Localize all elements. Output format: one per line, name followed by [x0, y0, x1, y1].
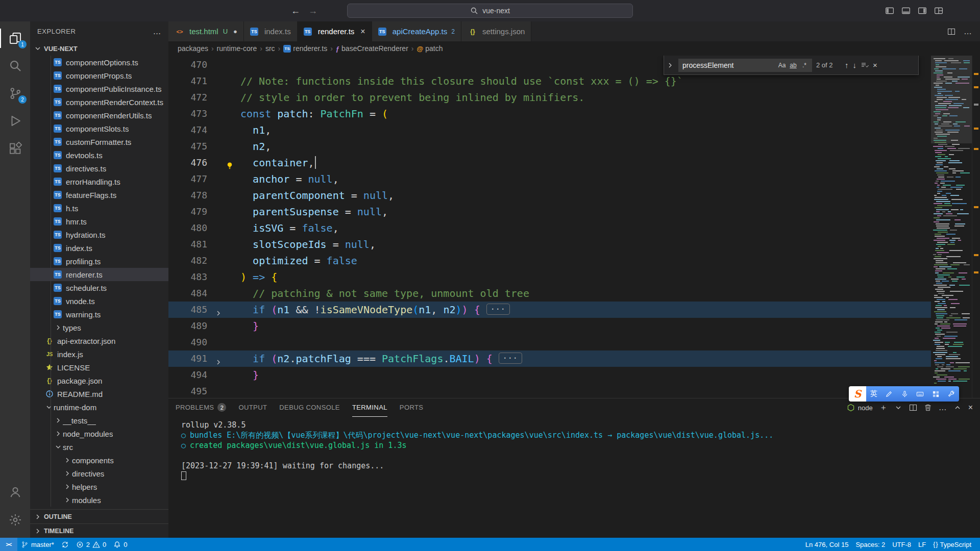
- tab-apiCreateApp.ts[interactable]: TSapiCreateApp.ts2: [372, 21, 461, 41]
- line-number[interactable]: 472: [168, 89, 207, 106]
- terminal-dropdown-icon[interactable]: [894, 404, 902, 412]
- panel-tab-terminal[interactable]: TERMINAL: [352, 398, 387, 417]
- split-editor-icon[interactable]: [947, 28, 955, 36]
- split-terminal-icon[interactable]: [909, 404, 917, 412]
- line-number[interactable]: 479: [168, 204, 207, 220]
- code-line[interactable]: }: [240, 318, 259, 334]
- line-number[interactable]: 489: [168, 318, 207, 334]
- sidebar-section-vue-next[interactable]: VUE-NEXT: [30, 41, 168, 56]
- git-branch-status[interactable]: master*: [17, 538, 58, 551]
- line-number[interactable]: 474: [168, 122, 207, 138]
- tab-test.html[interactable]: <>test.htmlU●: [168, 21, 244, 41]
- line-number[interactable]: 477: [168, 171, 207, 187]
- ime-keyboard-icon[interactable]: [916, 390, 924, 398]
- overview-ruler[interactable]: [972, 56, 980, 398]
- line-number[interactable]: 470: [168, 57, 207, 73]
- activity-item-run-and-debug-icon[interactable]: [0, 107, 30, 135]
- line-number[interactable]: 475: [168, 138, 207, 155]
- sidebar-section-outline[interactable]: OUTLINE: [30, 509, 168, 523]
- code-line[interactable]: n1,: [240, 122, 271, 138]
- match-case-icon[interactable]: Aa: [776, 62, 788, 69]
- activity-item-search-icon[interactable]: [0, 52, 30, 80]
- line-number[interactable]: 484: [168, 285, 207, 302]
- language-status[interactable]: { }TypeScript: [929, 541, 975, 548]
- activity-item-settings-icon[interactable]: [0, 506, 30, 534]
- indentation-status[interactable]: Spaces: 2: [852, 541, 889, 548]
- code-line[interactable]: slotScopeIds = null,: [240, 236, 376, 253]
- back-button[interactable]: ←: [291, 6, 300, 16]
- activity-item-explorer-icon[interactable]: 1: [0, 24, 30, 52]
- whole-word-icon[interactable]: ab: [788, 62, 799, 69]
- close-tab-icon[interactable]: ×: [360, 28, 365, 36]
- code-line[interactable]: }: [240, 367, 259, 383]
- line-number[interactable]: 476: [168, 155, 207, 171]
- tab-renderer.ts[interactable]: TSrenderer.ts×: [298, 21, 372, 41]
- ime-brand-icon[interactable]: S: [849, 386, 866, 402]
- ime-pen-icon[interactable]: [885, 390, 893, 398]
- code-line[interactable]: if (n1 && !isSameVNodeType(n1, n2)) {···: [240, 302, 510, 318]
- dirty-indicator-icon[interactable]: ●: [233, 28, 237, 35]
- activity-item-source-control-icon[interactable]: 2: [0, 80, 30, 107]
- folded-code-icon[interactable]: ···: [499, 353, 522, 364]
- panel-tab-debug-console[interactable]: DEBUG CONSOLE: [279, 398, 340, 417]
- kill-terminal-icon[interactable]: [924, 404, 932, 412]
- explorer-more-actions-icon[interactable]: …: [153, 27, 161, 36]
- command-center-search[interactable]: vue-next: [347, 4, 633, 18]
- code-line[interactable]: // Note: functions inside this closure s…: [240, 73, 683, 89]
- line-number[interactable]: 491: [168, 350, 207, 367]
- code-line[interactable]: // patching & not same type, unmount old…: [240, 285, 529, 302]
- encoding-status[interactable]: UTF-8: [889, 541, 915, 548]
- code-line[interactable]: isSVG = false,: [240, 220, 339, 236]
- breadcrumb-item[interactable]: src: [265, 44, 275, 53]
- regex-icon[interactable]: .*: [799, 62, 810, 69]
- breadcrumb-item[interactable]: @patch: [416, 44, 443, 53]
- new-terminal-icon[interactable]: ＋: [879, 404, 888, 412]
- find-in-selection-icon[interactable]: [861, 61, 869, 69]
- find-input[interactable]: processElement Aa ab .*: [678, 59, 812, 72]
- cursor-position-status[interactable]: Ln 476, Col 15: [802, 541, 852, 548]
- breadcrumb-item[interactable]: TSrenderer.ts: [283, 44, 327, 53]
- activity-item-accounts-icon[interactable]: [0, 479, 30, 506]
- ime-grid-icon[interactable]: [932, 390, 940, 398]
- line-number[interactable]: 485: [168, 302, 207, 318]
- line-number[interactable]: 480: [168, 220, 207, 236]
- code-line[interactable]: parentComponent = null,: [240, 187, 394, 204]
- code-line[interactable]: optimized = false: [240, 253, 357, 269]
- next-match-icon[interactable]: ↓: [853, 61, 857, 69]
- toggle-secondary-sidebar-icon[interactable]: [918, 6, 927, 15]
- folded-code-icon[interactable]: ···: [486, 304, 510, 315]
- activity-item-extensions-icon[interactable]: [0, 135, 30, 162]
- code-line[interactable]: const patch: PatchFn = (: [240, 106, 388, 122]
- line-number[interactable]: 478: [168, 187, 207, 204]
- breadcrumb-item[interactable]: ƒbaseCreateRenderer: [336, 44, 408, 53]
- sync-changes-status[interactable]: [58, 538, 72, 551]
- close-find-icon[interactable]: ×: [873, 61, 877, 69]
- minimap[interactable]: [931, 56, 972, 398]
- code-line[interactable]: ) => {: [240, 269, 277, 285]
- eol-status[interactable]: LF: [915, 541, 929, 548]
- panel-more-actions-icon[interactable]: …: [939, 404, 947, 412]
- maximize-panel-icon[interactable]: [953, 404, 962, 412]
- line-number[interactable]: 483: [168, 269, 207, 285]
- code-line[interactable]: parentSuspense = null,: [240, 204, 388, 220]
- ime-toolbox-icon[interactable]: [947, 390, 955, 398]
- line-number[interactable]: 490: [168, 334, 207, 350]
- code-line[interactable]: container,: [240, 155, 316, 171]
- code-line[interactable]: n2,: [240, 138, 271, 155]
- more-actions-icon[interactable]: …: [964, 27, 972, 36]
- toggle-sidebar-icon[interactable]: [885, 6, 894, 15]
- toggle-replace-icon[interactable]: [666, 56, 674, 74]
- panel-tab-problems[interactable]: PROBLEMS2: [176, 398, 226, 417]
- line-number[interactable]: 494: [168, 367, 207, 383]
- panel-tab-ports[interactable]: PORTS: [400, 398, 424, 417]
- code-line[interactable]: // style in order to prevent being inlin…: [240, 89, 584, 106]
- breadcrumb-item[interactable]: packages: [178, 44, 208, 53]
- line-number[interactable]: 473: [168, 106, 207, 122]
- ime-language-mode[interactable]: 英: [870, 389, 877, 398]
- previous-match-icon[interactable]: ↑: [845, 61, 849, 69]
- code-line[interactable]: if (n2.patchFlag === PatchFlags.BAIL) {·…: [240, 350, 522, 367]
- notifications-status[interactable]: 0: [110, 538, 131, 551]
- remote-indicator[interactable]: ><: [0, 538, 17, 551]
- tab-settings.json[interactable]: {}settings.json: [461, 21, 531, 41]
- line-number[interactable]: 471: [168, 73, 207, 89]
